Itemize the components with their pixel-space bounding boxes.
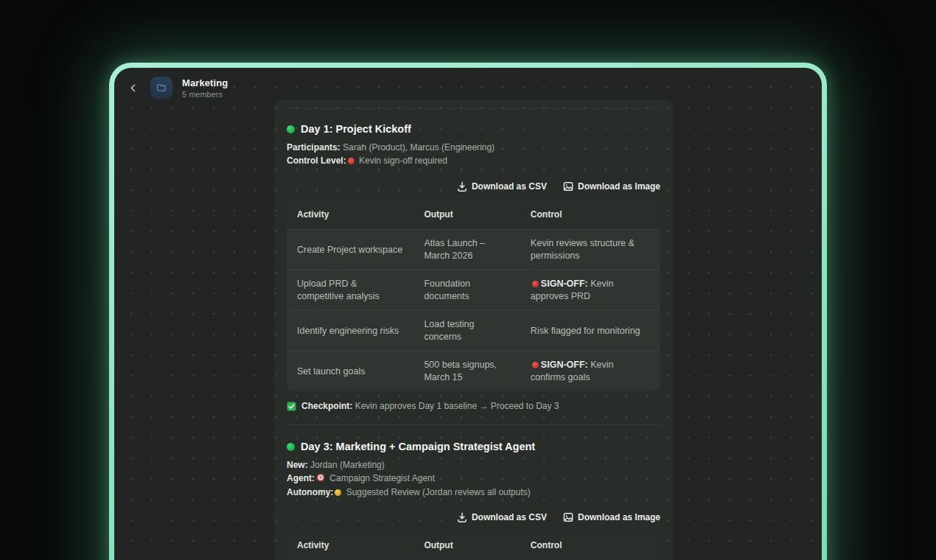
target-icon [316, 473, 325, 486]
autonomy-line: Autonomy: Suggested Review (Jordan revie… [287, 486, 660, 500]
channel-avatar [150, 77, 172, 99]
column-header-output: Output [413, 531, 520, 560]
section-day1: Day 1: Project Kickoff Participants: Sar… [287, 123, 660, 411]
participants-line: Participants: Sarah (Product), Marcus (E… [287, 141, 660, 155]
message-panel[interactable]: Day 1: Project Kickoff Participants: Sar… [274, 100, 673, 560]
table-row: Upload PRD & competitive analysis Founda… [287, 270, 660, 311]
new-value: Jordan (Marketing) [310, 460, 385, 470]
table-header-row: Activity Output Control [287, 531, 660, 560]
column-header-output: Output [413, 200, 520, 229]
checkpoint-value: Kevin approves Day 1 baseline → Proceed … [355, 401, 559, 411]
output-cell: Load testing concerns [413, 311, 520, 351]
checkpoint-label: Checkpoint: [301, 401, 352, 411]
output-cell: Atlas Launch – March 2026 [413, 230, 520, 270]
control-level-label: Control Level: [287, 155, 346, 166]
image-icon [563, 181, 573, 192]
agent-line: Agent: Campaign Strategist Agent [287, 472, 660, 486]
activity-table-day1: Activity Output Control Create Project w… [287, 200, 660, 391]
agent-value: Campaign Strategist Agent [329, 473, 435, 483]
chevron-left-icon [127, 82, 139, 94]
section-title-text: Day 1: Project Kickoff [301, 123, 411, 135]
section-divider [287, 108, 660, 109]
activity-cell: Identify engineering risks [287, 318, 413, 345]
control-cell: SIGN-OFF: Kevin approves PRD [520, 270, 660, 310]
section-meta: New: Jordan (Marketing) Agent: Campaign … [287, 459, 660, 499]
column-header-control: Control [520, 531, 660, 560]
section-title: Day 3: Marketing + Campaign Strategist A… [287, 441, 660, 452]
table-row: Create Project workspace Atlas Launch – … [287, 230, 660, 270]
download-image-label: Download as Image [578, 512, 660, 522]
section-day3: Day 3: Marketing + Campaign Strategist A… [287, 441, 660, 560]
new-label: New: [287, 460, 308, 470]
control-level-value: Kevin sign-off required [359, 155, 447, 166]
green-status-icon [287, 125, 295, 133]
activity-cell: Upload PRD & competitive analysis [287, 270, 413, 310]
signoff-label: SIGN-OFF: [541, 279, 588, 289]
table-header-row: Activity Output Control [287, 200, 660, 230]
activity-cell: Create Project workspace [287, 237, 413, 264]
control-cell: Kevin reviews structure & permissions [520, 230, 660, 270]
green-status-icon [287, 443, 295, 451]
check-icon [287, 402, 296, 411]
new-member-line: New: Jordan (Marketing) [287, 459, 660, 472]
section-meta: Participants: Sarah (Product), Marcus (E… [287, 141, 660, 167]
download-csv-label: Download as CSV [472, 181, 547, 192]
section-title-text: Day 3: Marketing + Campaign Strategist A… [301, 441, 535, 452]
download-image-button[interactable]: Download as Image [563, 512, 660, 522]
autonomy-value: Suggested Review (Jordan reviews all out… [346, 487, 531, 497]
section-divider [287, 424, 660, 425]
control-cell: Risk flagged for monitoring [520, 318, 660, 345]
back-button[interactable] [125, 80, 141, 96]
channel-meta: Marketing 5 members [182, 77, 228, 99]
participants-value: Sarah (Product), Marcus (Engineering) [343, 142, 495, 153]
channel-subtitle: 5 members [182, 90, 228, 99]
download-image-label: Download as Image [578, 181, 660, 192]
participants-label: Participants: [287, 142, 340, 153]
red-dot-icon [348, 158, 355, 164]
table-row: Identify engineering risks Load testing … [287, 311, 660, 351]
image-icon [563, 512, 573, 522]
checkpoint-line: Checkpoint: Kevin approves Day 1 baselin… [287, 401, 660, 411]
chat-workspace: Marketing 5 members Day 1: Project Kicko… [114, 68, 822, 560]
download-icon [457, 512, 467, 522]
app-window: Marketing 5 members Day 1: Project Kicko… [109, 63, 827, 560]
section-title: Day 1: Project Kickoff [287, 123, 660, 135]
yellow-dot-icon [335, 489, 341, 496]
red-dot-icon [532, 281, 539, 287]
download-actions: Download as CSV Download as Image [287, 512, 660, 522]
output-cell: 500 beta signups, March 15 [413, 351, 520, 391]
activity-cell: Set launch goals [287, 358, 413, 385]
channel-title: Marketing [182, 77, 228, 88]
activity-table-day3: Activity Output Control Jordan reviews c… [287, 531, 660, 560]
download-csv-label: Download as CSV [472, 512, 547, 522]
column-header-control: Control [520, 200, 660, 229]
column-header-activity: Activity [287, 200, 413, 229]
download-csv-button[interactable]: Download as CSV [457, 512, 547, 522]
signoff-label: SIGN-OFF: [541, 360, 588, 370]
checkpoint-text: Checkpoint: Kevin approves Day 1 baselin… [301, 401, 559, 411]
control-level-line: Control Level: Kevin sign-off required [287, 155, 660, 168]
control-cell: SIGN-OFF: Kevin confirms goals [520, 351, 660, 391]
output-cell: Foundation documents [413, 270, 520, 310]
red-dot-icon [532, 362, 539, 368]
autonomy-label: Autonomy: [287, 487, 333, 497]
agent-label: Agent: [287, 473, 315, 483]
column-header-activity: Activity [287, 531, 413, 560]
download-csv-button[interactable]: Download as CSV [457, 181, 547, 192]
download-actions: Download as CSV Download as Image [287, 181, 660, 192]
folder-icon [156, 82, 167, 94]
download-image-button[interactable]: Download as Image [563, 181, 660, 192]
table-row: Set launch goals 500 beta signups, March… [287, 351, 660, 391]
download-icon [457, 181, 467, 192]
